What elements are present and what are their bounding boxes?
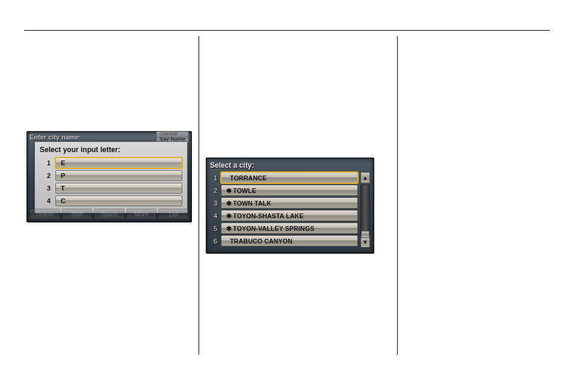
star-icon: ✱ (226, 200, 232, 207)
city-option[interactable]: TORRANCE (221, 172, 358, 183)
scroll-up-button[interactable]: ▲ (360, 172, 370, 183)
city-number: 4 (210, 212, 217, 219)
city-name: TOWLE (233, 187, 256, 194)
select-city-panel: Select a city: 1 TORRANCE2✱TOWLE3✱TOWN T… (206, 158, 374, 254)
star-icon: ✱ (226, 212, 232, 219)
letter-option-c[interactable]: C (55, 195, 182, 206)
scrollbar: ▲ ▼ (360, 172, 370, 248)
city-number: 5 (210, 225, 217, 232)
letter-number: 1 (40, 159, 51, 167)
letter-row: 3T (40, 183, 182, 194)
letter-row: 1E (40, 158, 182, 168)
city-number: 3 (210, 200, 217, 207)
city-row: 4✱TOYON-SHASTA LAKE (210, 210, 358, 221)
city-row: 2✱TOWLE (210, 185, 358, 196)
city-name: TORRANCE (230, 174, 267, 182)
list-button[interactable]: List (158, 209, 189, 219)
city-row: 6 TRABUCO CANYON (210, 235, 358, 247)
city-option[interactable]: ✱TOYON-SHASTA LAKE (221, 210, 358, 221)
chevron-down-icon: ▼ (362, 239, 368, 245)
letter-number: 2 (40, 172, 51, 179)
delete-button[interactable]: Delete (29, 209, 60, 219)
panel-title: Select a city: (210, 161, 370, 170)
city-name: TOYON-VALLEY SPRINGS (233, 225, 314, 232)
scroll-track[interactable] (360, 185, 370, 235)
city-row: 3✱TOWN TALK (210, 197, 358, 209)
space-button[interactable]: Space (94, 209, 125, 219)
star-icon: ✱ (226, 225, 232, 232)
city-number: 1 (210, 174, 217, 182)
city-option[interactable]: ✱TOWLE (221, 185, 358, 196)
scroll-thumb[interactable] (361, 231, 369, 238)
letter-number: 4 (40, 197, 51, 204)
city-option[interactable]: TRABUCO CANYON (221, 235, 358, 247)
shift-button[interactable]: Shift (62, 209, 93, 219)
city-number: 6 (210, 237, 217, 245)
city-row: 1 TORRANCE (210, 172, 358, 183)
city-name: TOWN TALK (233, 200, 271, 207)
column-divider (199, 36, 199, 355)
city-number: 2 (210, 187, 217, 194)
city-option[interactable]: ✱TOYON-VALLEY SPRINGS (221, 222, 358, 234)
keyboard-bottom-row: DeleteShiftSpaceMoreList (29, 209, 189, 219)
letter-option-t[interactable]: T (55, 183, 182, 194)
city-name: TRABUCO CANYON (230, 237, 292, 245)
city-row: 5✱TOYON-VALLEY SPRINGS (210, 222, 358, 234)
header-title: Enter city name: (29, 133, 81, 141)
letter-popup: Select your input letter: 1E2P3T4C (34, 141, 188, 213)
letter-number: 3 (40, 185, 51, 192)
column-divider (397, 36, 398, 355)
letter-option-p[interactable]: P (55, 170, 182, 181)
city-option[interactable]: ✱TOWN TALK (221, 197, 358, 209)
city-name: TOYON-SHASTA LAKE (233, 212, 304, 219)
header-rule (24, 30, 550, 31)
popup-title: Select your input letter: (40, 145, 182, 154)
letter-option-e[interactable]: E (55, 158, 182, 168)
letter-row: 4C (40, 195, 182, 206)
chevron-up-icon: ▲ (362, 174, 368, 181)
more-button[interactable]: More (126, 209, 157, 219)
star-icon: ✱ (226, 187, 232, 194)
input-letter-panel: Enter city name: CHANGE Say Name Select … (26, 131, 192, 222)
city-list-container: 1 TORRANCE2✱TOWLE3✱TOWN TALK4✱TOYON-SHAS… (210, 172, 370, 248)
letter-row: 2P (40, 170, 182, 181)
